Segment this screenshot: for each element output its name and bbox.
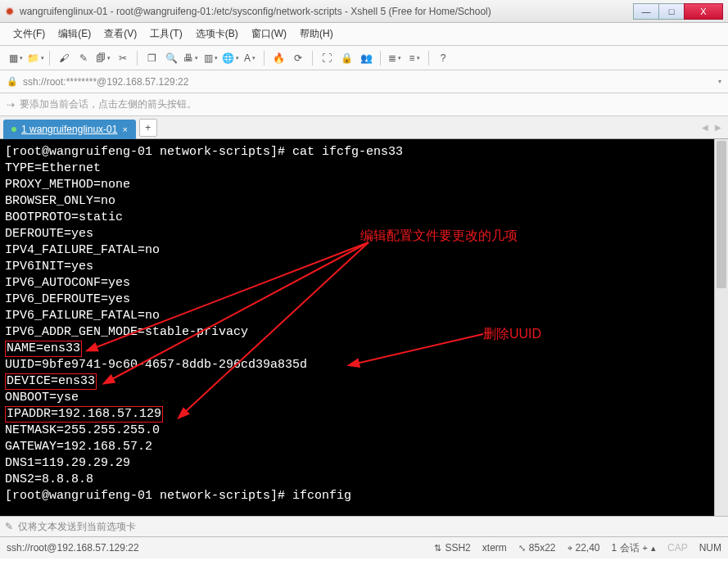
- terminal-line: IPV6_ADDR_GEN_MODE=stable-privacy: [5, 324, 723, 341]
- terminal-line: BOOTPROTO=static: [5, 210, 723, 226]
- minimize-button[interactable]: —: [633, 3, 659, 20]
- terminal-line: [root@wangruifeng-01 network-scripts]# c…: [5, 144, 723, 160]
- app-icon: ✹: [5, 5, 15, 18]
- menu-window[interactable]: 窗口(W): [245, 27, 293, 41]
- scrollbar-thumb[interactable]: [717, 141, 726, 288]
- toolbar-separator: [137, 51, 138, 66]
- terminal-line: IPADDR=192.168.57.129: [5, 406, 723, 423]
- address-bar: 🔒 ssh://root:********@192.168.57.129:22 …: [0, 70, 728, 93]
- status-size: 85x22: [529, 542, 556, 554]
- scrollbar[interactable]: [714, 139, 728, 516]
- new-icon[interactable]: ▦: [7, 49, 25, 67]
- folder-icon[interactable]: 📁: [26, 49, 44, 67]
- tab-next-icon[interactable]: ▶: [712, 123, 725, 132]
- terminal-line: IPV4_FAILURE_FATAL=no: [5, 242, 723, 259]
- status-session: 1 会话: [612, 541, 640, 555]
- size-icon: ⤡: [518, 543, 526, 554]
- terminal-line: BROWSER_ONLY=no: [5, 193, 723, 210]
- menu-file[interactable]: 文件(F): [7, 27, 52, 41]
- terminal-line: ONBOOT=yse: [5, 390, 723, 406]
- annotation-edit-items: 编辑配置文件要更改的几项: [360, 228, 518, 244]
- maximize-button[interactable]: □: [658, 3, 685, 20]
- users-icon[interactable]: 👥: [357, 49, 375, 67]
- lock-icon[interactable]: 🔒: [337, 49, 355, 67]
- menu-tabs[interactable]: 选项卡(B): [189, 27, 245, 41]
- flame-icon[interactable]: 🔥: [269, 49, 287, 67]
- terminal[interactable]: [root@wangruifeng-01 network-scripts]# c…: [0, 139, 728, 516]
- chevron-down-icon[interactable]: ▾: [718, 78, 721, 85]
- terminal-line: IPV6_FAILURE_FATAL=no: [5, 308, 723, 324]
- font-icon[interactable]: A: [241, 49, 259, 67]
- status-cap: CAP: [667, 542, 688, 554]
- pen-icon: ✎: [5, 521, 13, 532]
- terminal-line: NAME=ens33: [5, 341, 723, 357]
- highlight-ipaddr: IPADDR=192.168.57.129: [5, 406, 163, 423]
- columns-icon[interactable]: ▥: [201, 49, 219, 67]
- toolbar-separator: [380, 51, 381, 66]
- refresh-icon[interactable]: ⟳: [289, 49, 307, 67]
- hint-text: 要添加当前会话，点击左侧的箭头按钮。: [20, 97, 197, 111]
- tab-bar: 1 wangruifenglinux-01 × + ◀ ▶: [0, 116, 728, 139]
- globe-icon[interactable]: 🌐: [221, 49, 239, 67]
- arrow-icon[interactable]: ⇢: [7, 99, 15, 111]
- status-ssh: SSH2: [445, 542, 470, 554]
- session-tab[interactable]: 1 wangruifenglinux-01 ×: [3, 120, 136, 139]
- status-connection: ssh://root@192.168.57.129:22: [7, 542, 139, 554]
- list-icon[interactable]: ≣: [386, 49, 404, 67]
- terminal-line: IPV6_AUTOCONF=yes: [5, 275, 723, 292]
- lock-icon: 🔒: [7, 76, 18, 87]
- input-placeholder: 仅将文本发送到当前选项卡: [18, 520, 136, 534]
- search-icon[interactable]: 🔍: [162, 49, 180, 67]
- annotation-delete-uuid: 删除UUID: [483, 326, 541, 342]
- lines-icon[interactable]: ≡: [405, 49, 423, 67]
- session-add-icon[interactable]: +: [643, 543, 648, 553]
- print-icon[interactable]: 🖶: [182, 49, 200, 67]
- terminal-line: DNS1=119.29.29.29: [5, 455, 723, 472]
- menu-tools[interactable]: 工具(T): [143, 27, 188, 41]
- chevron-up-icon[interactable]: ▴: [651, 543, 656, 554]
- menu-help[interactable]: 帮助(H): [293, 27, 340, 41]
- terminal-line: NETMASK=255.255.255.0: [5, 423, 723, 439]
- menu-bar: 文件(F) 编辑(E) 查看(V) 工具(T) 选项卡(B) 窗口(W) 帮助(…: [0, 23, 728, 46]
- toolbar: ▦ 📁 🖌 ✎ 🗐 ✂ ❐ 🔍 🖶 ▥ 🌐 A 🔥 ⟳ ⛶ 🔒 👥 ≣ ≡ ?: [0, 46, 728, 70]
- title-bar: ✹ wangruifenglinux-01 - root@wangruifeng…: [0, 0, 728, 23]
- window-controls: — □ X: [634, 3, 723, 20]
- close-button[interactable]: X: [684, 3, 723, 20]
- terminal-line: DEVICE=ens33: [5, 373, 723, 390]
- terminal-line: GATEWAY=192.168.57.2: [5, 439, 723, 455]
- status-num: NUM: [699, 542, 721, 554]
- terminal-line: UUID=9bfe9741-9c60-4657-8ddb-296cd39a835…: [5, 357, 723, 373]
- terminal-line: DNS2=8.8.8.8: [5, 472, 723, 488]
- highlight-device: DEVICE=ens33: [5, 373, 97, 390]
- add-tab-button[interactable]: +: [139, 119, 157, 137]
- terminal-line: IPV6_DEFROUTE=yes: [5, 292, 723, 308]
- hint-bar: ⇢ 要添加当前会话，点击左侧的箭头按钮。: [0, 93, 728, 116]
- toolbar-separator: [428, 51, 429, 66]
- terminal-line: IPV6INIT=yes: [5, 259, 723, 275]
- scissors-icon[interactable]: ✂: [114, 49, 132, 67]
- help-icon[interactable]: ?: [434, 49, 452, 67]
- menu-view[interactable]: 查看(V): [97, 27, 143, 41]
- pos-icon: ⌖: [567, 543, 572, 554]
- highlight-name: NAME=ens33: [5, 341, 82, 357]
- menu-edit[interactable]: 编辑(E): [52, 27, 97, 41]
- copy-icon[interactable]: ❐: [142, 49, 161, 67]
- tab-prev-icon[interactable]: ◀: [699, 123, 712, 132]
- toolbar-separator: [49, 51, 50, 66]
- terminal-line: [root@wangruifeng-01 network-scripts]# i…: [5, 488, 723, 504]
- status-pos: 22,40: [576, 542, 600, 554]
- status-bar: ssh://root@192.168.57.129:22 ⇅SSH2 xterm…: [0, 537, 728, 558]
- status-term: xterm: [482, 542, 507, 554]
- pencil-icon[interactable]: ✎: [75, 49, 93, 67]
- brush-icon[interactable]: 🖌: [55, 49, 73, 67]
- window-title: wangruifenglinux-01 - root@wangruifeng-0…: [20, 6, 634, 17]
- close-tab-icon[interactable]: ×: [122, 124, 127, 134]
- tab-label: 1 wangruifenglinux-01: [21, 124, 117, 135]
- send-input-bar[interactable]: ✎ 仅将文本发送到当前选项卡: [0, 516, 728, 537]
- ssh-icon: ⇅: [434, 543, 441, 554]
- toolbar-separator: [264, 51, 265, 66]
- address-text[interactable]: ssh://root:********@192.168.57.129:22: [23, 76, 718, 88]
- expand-icon[interactable]: ⛶: [318, 49, 336, 67]
- clipboard-icon[interactable]: 🗐: [94, 49, 112, 67]
- toolbar-separator: [312, 51, 313, 66]
